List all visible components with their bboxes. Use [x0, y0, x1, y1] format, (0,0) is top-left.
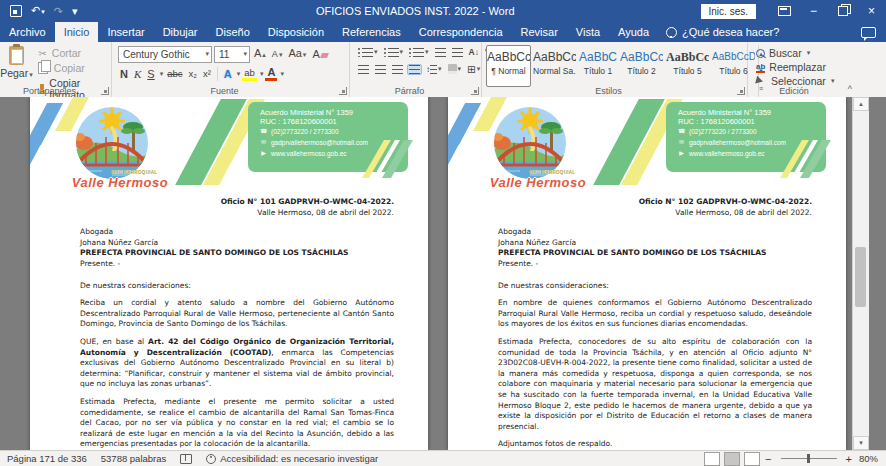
ribbon-display-options-icon[interactable] [770, 0, 799, 22]
grow-font-button[interactable]: A▴ [252, 45, 268, 63]
tab-dibujar[interactable]: Dibujar [154, 22, 207, 42]
style-titulo-1[interactable]: AaBbCTítulo 1 [578, 45, 618, 87]
tab-referencias[interactable]: Referencias [333, 22, 410, 42]
sort-button[interactable]: A↓ [467, 46, 481, 58]
style-titulo-5[interactable]: AaBbCcITítulo 5 [665, 45, 710, 87]
decrease-indent-button[interactable] [433, 47, 448, 58]
document-page-2[interactable]: GAD PARROQUIAL Valle Hermoso Acuerdo Min… [448, 97, 846, 450]
tab-diseno[interactable]: Diseño [207, 22, 259, 42]
shrink-font-button[interactable]: A▾ [270, 46, 285, 63]
line-spacing-icon [430, 65, 437, 74]
text-effects-button[interactable]: A [222, 66, 234, 82]
strikethrough-button[interactable]: abc [165, 66, 184, 82]
subscript-button[interactable]: x₂ [186, 66, 198, 82]
word-count[interactable]: 53788 palabras [94, 453, 174, 464]
bullets-button[interactable]: ▾ [356, 47, 380, 58]
phone-number: (02)2773220 / 2773300 [271, 126, 339, 137]
collapse-ribbon-icon[interactable]: ^ [848, 84, 852, 94]
scroll-down-icon[interactable]: ▾ [853, 436, 869, 450]
font-dialog-launcher[interactable] [339, 87, 347, 95]
scroll-up-icon[interactable]: ▴ [853, 97, 869, 111]
style-normal[interactable]: AaBbCcD¶ Normal [486, 45, 531, 87]
underline-button[interactable]: S [145, 66, 156, 82]
align-right-icon [392, 65, 403, 74]
change-case-button[interactable]: Aa▾ [286, 45, 308, 63]
numbering-button[interactable]: ▾ [382, 47, 406, 58]
quick-access-toolbar: ↶▾ ↷ ▾ [0, 0, 130, 23]
save-icon[interactable] [10, 5, 22, 17]
website-url: www.vallehermoso.gob.ec [271, 148, 347, 159]
style-titulo-2[interactable]: AaBbCcDTítulo 2 [619, 45, 664, 87]
tab-disposicion[interactable]: Disposición [259, 22, 333, 42]
paragraph-dialog-launcher[interactable] [471, 87, 479, 95]
close-button[interactable]: × [857, 0, 886, 22]
bold-button[interactable]: N [118, 66, 130, 82]
align-right-button[interactable] [390, 64, 405, 75]
web-layout-button[interactable] [744, 452, 760, 466]
tab-archivo[interactable]: Archivo [0, 22, 55, 42]
letter-body[interactable]: Oficio N° 101 GADPRVH-O-WMC-04-2022. Val… [30, 197, 428, 450]
styles-dialog-launcher[interactable] [737, 87, 745, 95]
minimize-button[interactable]: − [799, 0, 828, 22]
zoom-slider[interactable] [781, 458, 837, 460]
numbering-icon [388, 48, 399, 57]
italic-button[interactable]: K [132, 66, 143, 82]
increase-indent-button[interactable] [450, 47, 465, 58]
font-size-combo[interactable]: 11▾ [214, 46, 250, 63]
justify-button[interactable] [407, 64, 422, 75]
salutation: De nuestras consideraciones: [80, 281, 394, 292]
zoom-in-button[interactable]: + [843, 453, 855, 465]
highlight-color-button[interactable]: ab [242, 67, 257, 81]
multilevel-list-button[interactable]: ▾ [407, 47, 431, 58]
shading-button[interactable]: ▾ [446, 63, 464, 75]
scrollbar-thumb[interactable] [855, 247, 866, 307]
superscript-button[interactable]: x² [201, 66, 213, 82]
document-page-1[interactable]: GAD PARROQUIAL Valle Hermoso Acuerdo Min… [30, 97, 428, 450]
letterhead-stripe [30, 123, 52, 169]
font-family-combo[interactable]: Century Gothic▾ [118, 46, 212, 63]
paragraph-group: ▾ ▾ ▾ A↓ ¶ ↕▾ ▾ ⊞▾ Párrafo [350, 42, 482, 97]
vertical-scrollbar[interactable]: ▴ ▾ [852, 97, 869, 450]
tab-revisar[interactable]: Revisar [512, 22, 567, 42]
feedback-comment-icon[interactable] [861, 27, 876, 38]
tab-insertar[interactable]: Insertar [98, 22, 153, 42]
customize-qat-icon[interactable]: ▾ [72, 0, 78, 22]
styles-group: AaBbCcD¶ Normal AaBbCcNormal Sa... AaBbC… [482, 42, 748, 97]
lightbulb-icon [666, 27, 677, 38]
print-layout-button[interactable] [724, 452, 740, 466]
clear-formatting-button[interactable]: A [310, 46, 329, 62]
line-spacing-button[interactable]: ↕▾ [424, 64, 444, 75]
accessibility-status[interactable]: Accesibilidad: es necesario investigar [199, 453, 385, 464]
align-center-icon [375, 65, 386, 74]
style-normal-sa[interactable]: AaBbCcNormal Sa... [532, 45, 577, 87]
logo-subtitle: GAD PARROQUIAL [530, 170, 575, 175]
tab-vista[interactable]: Vista [567, 22, 609, 42]
read-mode-button[interactable] [704, 452, 720, 466]
replace-button[interactable]: abReemplazar [756, 60, 858, 74]
restore-button[interactable] [828, 0, 857, 22]
salutation: De nuestras consideraciones: [498, 281, 812, 292]
tab-correspondencia[interactable]: Correspondencia [410, 22, 512, 42]
letterhead-contact-panel: Acuerdo Ministerial N° 1359 RUC : 176812… [666, 102, 826, 172]
zoom-slider-thumb[interactable] [807, 454, 810, 463]
page-indicator[interactable]: Página 171 de 336 [0, 453, 94, 464]
clipboard-dialog-launcher[interactable] [101, 87, 109, 95]
tab-inicio[interactable]: Inicio [55, 22, 99, 42]
zoom-level[interactable]: 80% [855, 453, 886, 464]
undo-icon[interactable]: ↶▾ [31, 0, 45, 23]
phone-number: (02)2773220 / 2773300 [689, 126, 757, 137]
zoom-out-button[interactable]: − [762, 453, 774, 465]
tab-ayuda[interactable]: Ayuda [609, 22, 658, 42]
borders-button[interactable]: ⊞▾ [465, 62, 482, 76]
font-color-button[interactable]: A [265, 67, 277, 81]
align-center-button[interactable] [373, 64, 388, 75]
align-left-button[interactable] [356, 64, 371, 75]
find-button[interactable]: Buscar▾ [756, 46, 858, 60]
proofing-status[interactable] [173, 454, 199, 464]
logo-title: Valle Hermoso [72, 175, 168, 190]
tell-me-search[interactable]: ¿Qué desea hacer? [658, 22, 787, 42]
website-icon: ▶ [260, 148, 267, 159]
letter-body[interactable]: Oficio N° 102 GADPRVH-O-WMC-04-2022. Val… [448, 197, 846, 450]
date-line: Valle Hermoso, 08 de abril del 2022. [80, 208, 394, 219]
sign-in-button[interactable]: Inic. ses. [701, 4, 756, 19]
